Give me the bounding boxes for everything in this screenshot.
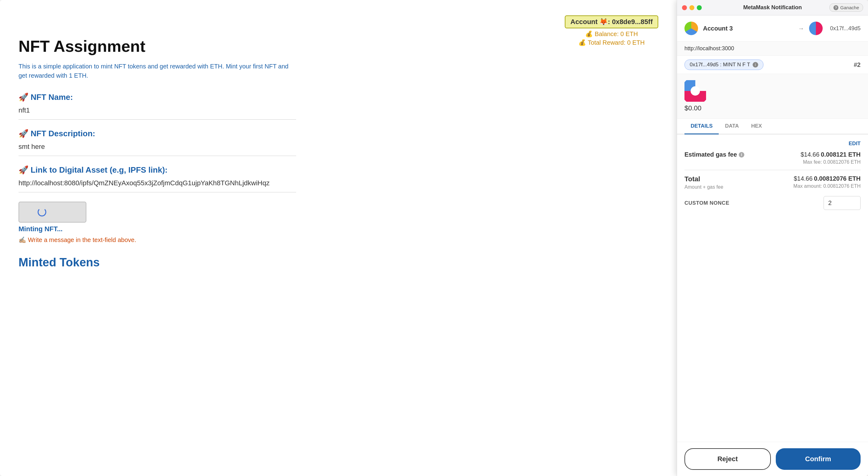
nonce-row: CUSTOM NONCE bbox=[684, 196, 861, 210]
mm-account-row: Account 3 → 0x17f...49d5 bbox=[677, 15, 868, 42]
mm-tabs: DETAILS DATA HEX bbox=[677, 119, 868, 134]
gas-fee-values: $14.66 0.008121 ETH Max fee: 0.00812076 … bbox=[801, 151, 861, 165]
total-label-area: Total Amount + gas fee bbox=[684, 175, 723, 190]
nft-description-value: smt here bbox=[19, 143, 296, 156]
reject-button[interactable]: Reject bbox=[684, 448, 771, 470]
mm-contract-row: 0x17f...49d5 : MINT N F T i #2 bbox=[677, 56, 868, 74]
minted-tokens-title: Minted Tokens bbox=[19, 256, 658, 269]
nft-link-label: 🚀 Link to Digital Asset (e.g, IPFS link)… bbox=[19, 165, 658, 175]
mm-footer: Reject Confirm bbox=[677, 442, 868, 476]
token-value: $0.00 bbox=[684, 104, 702, 112]
nft-link-value: http://localhost:8080/ipfs/QmZNEyAxoq55x… bbox=[19, 179, 296, 192]
nft-name-label: 🚀 NFT Name: bbox=[19, 93, 658, 102]
tab-hex[interactable]: HEX bbox=[745, 119, 768, 134]
nft-description-label: 🚀 NFT Description: bbox=[19, 129, 658, 138]
ganache-label: Ganache bbox=[840, 5, 859, 10]
total-eth: 0.00812076 ETH bbox=[814, 175, 861, 182]
nonce-label: CUSTOM NONCE bbox=[684, 200, 729, 206]
info-icon[interactable]: i bbox=[753, 62, 758, 67]
reward-display: 💰 Total Reward: 0 ETH bbox=[565, 39, 658, 46]
page-description: This is a simple application to mint NFT… bbox=[19, 62, 296, 80]
edit-link[interactable]: EDIT bbox=[684, 140, 861, 147]
account-name: Account 3 bbox=[703, 25, 793, 32]
svg-point-2 bbox=[691, 86, 700, 96]
gas-fee-row: Estimated gas fee i $14.66 0.008121 ETH … bbox=[684, 151, 861, 165]
total-values: $14.66 0.00812076 ETH Max amount: 0.0081… bbox=[793, 175, 861, 189]
account-badge-area: Account 🦊: 0x8de9...85ff 💰 Balance: 0 ET… bbox=[565, 15, 658, 46]
write-message: ✍🏼 Write a message in the text-field abo… bbox=[19, 236, 658, 244]
to-account-avatar bbox=[809, 22, 823, 35]
mm-titlebar: MetaMask Notification ? Ganache bbox=[677, 0, 868, 15]
mm-details: EDIT Estimated gas fee i $14.66 0.008121… bbox=[677, 134, 868, 442]
from-account-avatar bbox=[684, 22, 698, 35]
fullscreen-button[interactable] bbox=[697, 5, 702, 10]
total-usd: $14.66 bbox=[794, 175, 812, 182]
gas-fee-eth: 0.008121 ETH bbox=[821, 151, 861, 158]
metamask-panel: MetaMask Notification ? Ganache Account … bbox=[677, 0, 868, 476]
mint-button-area: Minting NFT... bbox=[19, 202, 658, 233]
tx-number: #2 bbox=[854, 61, 861, 68]
tab-data[interactable]: DATA bbox=[719, 119, 745, 134]
contract-badge-text: 0x17f...49d5 : MINT N F T bbox=[690, 62, 750, 68]
token-pie-chart bbox=[684, 80, 706, 102]
gas-fee-usd: $14.66 bbox=[801, 151, 819, 158]
mm-url-row: http://localhost:3000 bbox=[677, 42, 868, 56]
gas-fee-label: Estimated gas fee i bbox=[684, 151, 744, 158]
contract-badge[interactable]: 0x17f...49d5 : MINT N F T i bbox=[684, 60, 764, 70]
total-max: Max amount: 0.00812076 ETH bbox=[793, 184, 861, 189]
account-badge[interactable]: Account 🦊: 0x8de9...85ff bbox=[565, 15, 658, 28]
arrow-icon: → bbox=[798, 25, 804, 32]
nft-name-value: nft1 bbox=[19, 106, 296, 120]
divider bbox=[684, 170, 861, 170]
minting-status: Minting NFT... bbox=[19, 225, 658, 233]
to-address: 0x17f...49d5 bbox=[830, 25, 861, 32]
tab-details[interactable]: DETAILS bbox=[684, 119, 719, 134]
question-icon: ? bbox=[833, 5, 838, 10]
total-row: Total Amount + gas fee $14.66 0.00812076… bbox=[684, 175, 861, 190]
close-button[interactable] bbox=[682, 5, 687, 10]
gas-max-fee: Max fee: 0.00812076 ETH bbox=[801, 159, 861, 165]
mm-title: MetaMask Notification bbox=[743, 4, 802, 11]
mm-token-section: $0.00 bbox=[677, 74, 868, 119]
confirm-button[interactable]: Confirm bbox=[776, 448, 861, 470]
spinner-icon bbox=[38, 208, 46, 216]
gas-info-icon[interactable]: i bbox=[739, 152, 744, 158]
minimize-button[interactable] bbox=[689, 5, 694, 10]
nonce-input[interactable] bbox=[824, 196, 861, 210]
main-app: Account 🦊: 0x8de9...85ff 💰 Balance: 0 ET… bbox=[0, 0, 677, 476]
total-label: Total bbox=[684, 175, 723, 183]
balance-display: 💰 Balance: 0 ETH bbox=[565, 30, 658, 38]
traffic-lights bbox=[682, 5, 702, 10]
ganache-badge[interactable]: ? Ganache bbox=[830, 3, 863, 12]
mint-button[interactable] bbox=[19, 202, 86, 223]
total-sub: Amount + gas fee bbox=[684, 184, 723, 190]
page-title: NFT Assignment bbox=[19, 37, 658, 56]
mm-url: http://localhost:3000 bbox=[684, 45, 734, 52]
